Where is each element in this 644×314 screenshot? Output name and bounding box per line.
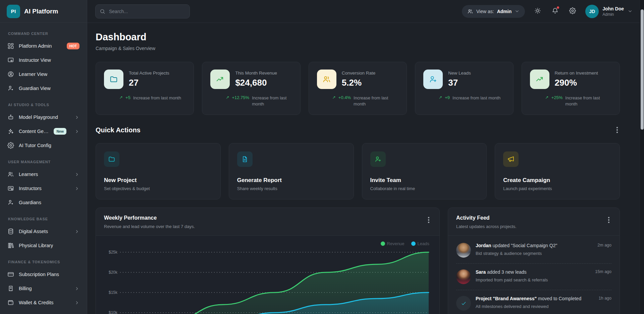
sidebar-item-guardians[interactable]: Guardians <box>0 195 87 210</box>
stat-value: $24,680 <box>235 78 277 88</box>
user-avatar: JD <box>585 5 599 18</box>
stat-delta-note: Increase from last month <box>133 95 181 101</box>
quick-action-generate-report[interactable]: Generate Report Share weekly results <box>229 143 354 199</box>
quick-action-subtitle: Set objectives & budget <box>104 186 212 191</box>
sidebar-item-wallet-credits[interactable]: Wallet & Credits <box>0 296 87 310</box>
sidebar-item-learner-view[interactable]: Learner View <box>0 67 87 81</box>
quick-actions-header: Quick Actions <box>96 125 620 135</box>
search-input[interactable] <box>95 4 190 18</box>
user-menu[interactable]: JD John Doe Admin <box>585 5 633 18</box>
activity-feed-menu-button[interactable] <box>606 215 611 225</box>
sidebar-item-instructors[interactable]: Instructors <box>0 181 87 195</box>
quick-action-title: New Project <box>104 177 212 184</box>
activity-action: added 3 new leads <box>486 269 526 275</box>
trend-up-arrow-icon: ↗ <box>545 95 549 100</box>
sidebar-item-learners[interactable]: Learners <box>0 167 87 181</box>
search-box <box>95 4 190 18</box>
stat-value: 27 <box>129 78 169 88</box>
quick-actions-menu-button[interactable] <box>614 125 620 135</box>
sidebar-item-label: Subscription Plans <box>19 272 59 277</box>
stat-label: Conversion Rate <box>342 71 376 76</box>
credit-card-icon <box>7 271 14 278</box>
activity-feed-list: Jordan updated "Social Campaign Q2" 2m a… <box>448 236 620 314</box>
new-badge: New <box>54 128 66 135</box>
user-heart-icon <box>7 85 14 92</box>
activity-description: All milestones delivered and reviewed <box>476 304 611 309</box>
stat-label: Return on Investment <box>555 71 598 76</box>
stat-delta-note: Increase from last month <box>354 95 398 107</box>
sidebar-item-label: Learners <box>19 172 38 177</box>
sidebar-section: KNOWLEDGE BASE Digital Assets Physical L… <box>0 217 87 253</box>
stat-value: 5.2% <box>342 78 376 88</box>
activity-item-2: Sara added 3 new leads 15m ago Imported … <box>456 263 611 290</box>
page-scrollbar-thumb[interactable] <box>641 9 644 130</box>
folder-icon <box>104 70 123 89</box>
layout-grid-icon <box>7 43 14 49</box>
activity-action: moved to Completed <box>537 296 581 301</box>
view-as-value: Admin <box>497 9 512 14</box>
stat-delta-note: Increase from last month <box>452 95 500 101</box>
quick-action-new-project[interactable]: New Project Set objectives & budget <box>96 143 221 199</box>
sidebar-item-physical-library[interactable]: Physical Library <box>0 238 87 253</box>
chevron-right-icon <box>74 300 79 305</box>
trending-up-icon <box>210 70 230 89</box>
trend-up-arrow-icon: ↗ <box>119 95 123 100</box>
sidebar-section: USER MANAGEMENT Learners Instructors Gua… <box>0 160 87 210</box>
activity-item-3: Project "Brand Awareness" moved to Compl… <box>456 290 611 314</box>
quick-action-create-campaign[interactable]: Create Campaign Launch paid experiments <box>495 143 620 199</box>
app-logo-icon: PI <box>7 5 20 18</box>
sidebar-section: FINANCE & TOKENOMICS Subscription Plans … <box>0 260 87 310</box>
activity-actor: Project "Brand Awareness" <box>476 296 537 301</box>
sidebar-item-digital-assets[interactable]: Digital Assets <box>0 224 87 238</box>
stat-card-conversion-rate: Conversion Rate 5.2% ↗ +0.4% Increase fr… <box>309 62 407 115</box>
bot-icon <box>7 114 14 121</box>
sidebar-section-label: KNOWLEDGE BASE <box>0 217 87 221</box>
sidebar-item-platform-admin[interactable]: Platform Admin HOT <box>0 39 87 53</box>
quick-action-invite-team[interactable]: Invite Team Collaborate in real time <box>362 143 487 199</box>
sidebar-item-billing[interactable]: Billing <box>0 281 87 296</box>
stat-delta-note: Increase from last month <box>252 95 292 107</box>
stat-label: New Leads <box>448 71 471 76</box>
stat-card-total-active-projects: Total Active Projects 27 ↗ +5 Increase f… <box>96 62 194 115</box>
view-as-selector[interactable]: View as: Admin <box>462 5 525 18</box>
gear-icon <box>7 142 14 149</box>
activity-feed-title: Activity Feed <box>456 215 517 221</box>
sparkles-icon <box>7 128 14 135</box>
activity-timestamp: 1h ago <box>595 296 611 301</box>
sidebar-item-model-playground[interactable]: Model Playground <box>0 110 87 124</box>
legend-item-revenue[interactable]: Revenue <box>381 241 405 246</box>
chevron-right-icon <box>74 172 79 177</box>
activity-actor: Sara <box>476 269 486 275</box>
notifications-button[interactable] <box>550 6 560 16</box>
user-heart-icon <box>7 199 14 206</box>
sidebar-item-label: Wallet & Credits <box>19 300 53 305</box>
settings-button[interactable] <box>568 6 577 16</box>
svg-text:$10k: $10k <box>109 310 118 314</box>
quick-action-title: Generate Report <box>237 177 345 184</box>
app-name: AI Platform <box>24 8 58 15</box>
quick-action-subtitle: Launch paid experiments <box>503 186 611 191</box>
stat-delta: +25% <box>551 95 563 100</box>
sidebar-item-content-gener[interactable]: Content Gener… New <box>0 124 87 138</box>
weekly-performance-title: Weekly Performance <box>104 215 195 221</box>
weekly-chart-menu-button[interactable] <box>426 215 431 225</box>
wallet-icon <box>7 299 14 306</box>
weekly-performance-card: Weekly Performance Revenue and lead volu… <box>96 208 440 314</box>
notification-dot <box>557 6 559 9</box>
quick-actions-title: Quick Actions <box>96 126 141 134</box>
sidebar-item-guardian-view[interactable]: Guardian View <box>0 81 87 95</box>
sidebar-item-subscription-plans[interactable]: Subscription Plans <box>0 267 87 281</box>
sidebar-item-label: Platform Admin <box>19 43 52 49</box>
legend-item-leads[interactable]: Leads <box>411 241 429 246</box>
chevron-right-icon <box>74 129 79 134</box>
sidebar-item-ai-tutor-config[interactable]: AI Tutor Config <box>0 138 87 152</box>
activity-description: Bid strategy & audience segments <box>476 251 611 256</box>
sidebar-item-label: Physical Library <box>19 243 53 248</box>
activity-timestamp: 15m ago <box>591 269 611 274</box>
theme-toggle-button[interactable] <box>533 6 542 16</box>
sidebar-item-instructor-view[interactable]: Instructor View <box>0 53 87 67</box>
weekly-performance-chart: $0k$5k$10k$15k$20k$25k <box>104 248 431 314</box>
topbar: View as: Admin JD John Doe Admin <box>87 0 644 23</box>
folder-icon <box>104 151 119 167</box>
main-content: Dashboard Campaign & Sales Overview Tota… <box>87 0 644 314</box>
